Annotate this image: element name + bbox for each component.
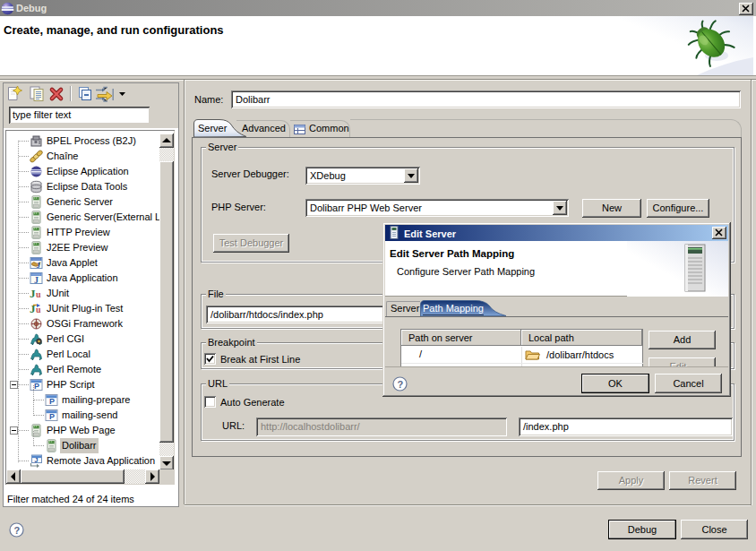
svg-text:?: ?: [14, 525, 21, 536]
svg-text:?: ?: [398, 379, 404, 390]
